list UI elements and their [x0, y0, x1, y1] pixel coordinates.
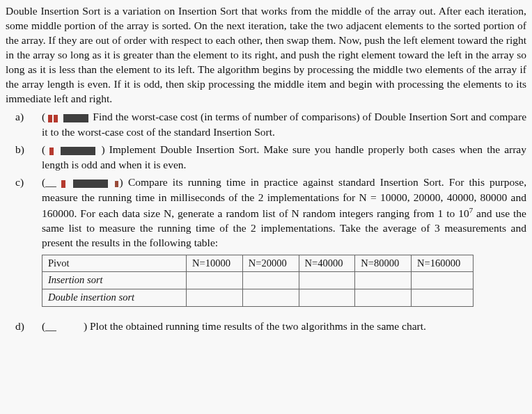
- paren-close: ): [101, 143, 109, 155]
- cell: [299, 289, 355, 306]
- th-n20000: N=20000: [242, 255, 299, 272]
- question-c: c) (⸏ ) Compare its running time in prac…: [6, 175, 526, 309]
- cell: [187, 289, 243, 306]
- label-a: a): [6, 110, 42, 140]
- question-d: d) (⸏ ) Plot the obtained running time r…: [6, 319, 526, 334]
- cell: [242, 272, 299, 289]
- paren-open: (⸏ ): [42, 320, 90, 332]
- results-table: Pivot N=10000 N=20000 N=40000 N=80000 N=…: [42, 255, 474, 307]
- redact-block: [73, 180, 108, 188]
- th-n10000: N=10000: [187, 255, 243, 272]
- redact-block: [63, 114, 88, 122]
- cell: [187, 272, 243, 289]
- question-b: b) ( ) Implement Double Insertion Sort. …: [6, 143, 526, 173]
- question-list: a) ( Find the worst-case cost (in terms …: [6, 110, 526, 333]
- label-b: b): [6, 143, 42, 173]
- cell: [299, 272, 355, 289]
- paren-open: (: [42, 111, 48, 122]
- body-d: (⸏ ) Plot the obtained running time resu…: [42, 319, 526, 334]
- cell: [355, 289, 412, 306]
- cell: [412, 272, 474, 289]
- text-a: Find the worst-case cost (in terms of nu…: [42, 111, 526, 138]
- th-pivot: Pivot: [42, 255, 187, 272]
- row-insertion: Insertion sort: [42, 272, 187, 289]
- paren-open: (⸏: [42, 176, 61, 188]
- row-double-insertion: Double insertion sort: [42, 289, 187, 306]
- text-d: Plot the obtained running time results o…: [90, 320, 426, 332]
- redact-block: [61, 147, 95, 155]
- redact-dots: [115, 176, 120, 191]
- body-b: ( ) Implement Double Insertion Sort. Mak…: [42, 143, 526, 173]
- intro-paragraph: Double Insertion Sort is a variation on …: [6, 4, 526, 106]
- body-c: (⸏ ) Compare its running time in practic…: [42, 175, 526, 309]
- table-header-row: Pivot N=10000 N=20000 N=40000 N=80000 N=…: [42, 255, 474, 272]
- text-c1: ) Compare its running time in practice a…: [120, 176, 485, 188]
- body-a: ( Find the worst-case cost (in terms of …: [42, 110, 526, 140]
- label-c: c): [6, 175, 42, 309]
- th-n80000: N=80000: [355, 255, 412, 272]
- cell: [355, 272, 412, 289]
- redact-dots: [49, 143, 55, 158]
- redact-dots: [61, 176, 67, 191]
- table-row: Insertion sort: [42, 272, 474, 289]
- paren-open: (: [42, 143, 49, 155]
- th-n160000: N=160000: [412, 255, 474, 272]
- label-d: d): [6, 319, 42, 334]
- cell: [412, 289, 474, 306]
- text-b: Implement Double Insertion Sort. Make su…: [42, 143, 526, 170]
- redact-dots: [48, 111, 59, 125]
- question-a: a) ( Find the worst-case cost (in terms …: [6, 110, 526, 140]
- cell: [242, 289, 299, 306]
- table-row: Double insertion sort: [42, 289, 474, 306]
- th-n40000: N=40000: [299, 255, 355, 272]
